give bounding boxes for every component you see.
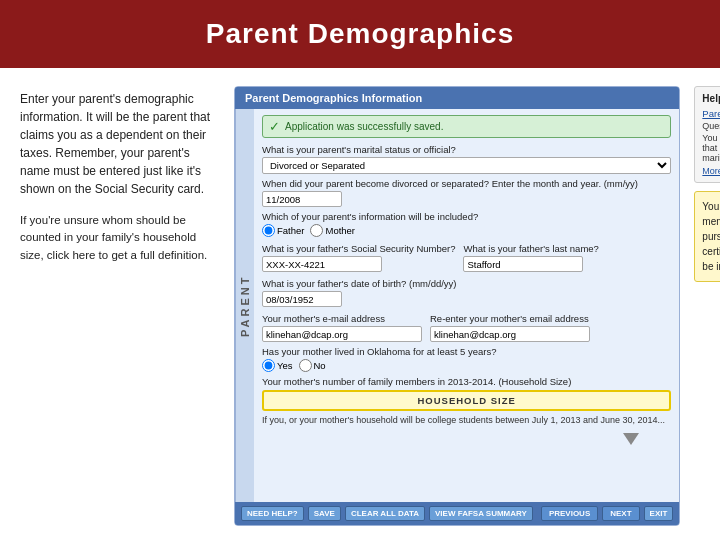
household-size-box: HOUSEHOLD SIZE [262,390,671,411]
more-info-link[interactable]: More info [702,166,720,176]
arrow-text: If you're unsure whom should be counted … [20,212,220,264]
q8-label: Your mother's number of family members i… [262,376,671,387]
success-text: Application was successfully saved. [285,121,443,132]
view-fafsa-button[interactable]: VIEW FAFSA SUMMARY [429,506,533,521]
q7-yes-radio[interactable] [262,359,275,372]
left-panel: Enter your parent's demographic informat… [20,86,220,526]
check-icon: ✓ [269,119,280,134]
q2-row [262,191,671,207]
q6-input[interactable] [262,326,422,342]
form-header: Parent Demographics Information [235,87,679,109]
q3-mother-label: Mother [325,225,355,236]
q3-father-label: Father [277,225,304,236]
q4b-label: What is your father's last name? [463,243,598,254]
q4b-input[interactable] [463,256,583,272]
left-description: Enter your parent's demographic informat… [20,90,220,198]
q7-radio-row: Yes No [262,359,671,372]
q3-mother-radio[interactable] [310,224,323,237]
info-card: You can only enter family members in col… [694,191,720,282]
q2-input[interactable] [262,191,342,207]
q4a-input[interactable] [262,256,382,272]
q3-father-option[interactable]: Father [262,224,304,237]
next-button[interactable]: NEXT [602,506,639,521]
main-content: Enter your parent's demographic informat… [0,68,720,536]
q5-input[interactable] [262,291,342,307]
form-card: Parent Demographics Information PARENT ✓… [234,86,680,526]
q7-no-option[interactable]: No [299,359,326,372]
center-wrapper: Parent Demographics Information PARENT ✓… [234,86,680,526]
previous-button[interactable]: PREVIOUS [541,506,598,521]
help-link-marital[interactable]: Parent's marital status [702,108,720,119]
help-card: Help and Hints Parent's marital status Q… [694,86,720,183]
q1-label: What is your parent's marital status or … [262,144,671,155]
q3-label: Which of your parent's information will … [262,211,671,222]
parent-label: PARENT [235,109,254,502]
form-body: ✓ Application was successfully saved. Wh… [254,109,679,502]
q1-select[interactable]: Divorced or Separated [262,157,671,174]
q5-col: What is your father's date of birth? (mm… [262,274,457,307]
q3-father-radio[interactable] [262,224,275,237]
arrow-section: If you're unsure whom should be counted … [20,212,220,264]
q4a-label: What is your father's Social Security Nu… [262,243,455,254]
q3-mother-option[interactable]: Mother [310,224,355,237]
q6b-col: Re-enter your mother's email address [430,309,590,342]
form-footer: NEED HELP? SAVE CLEAR ALL DATA VIEW FAFS… [235,502,679,525]
svg-marker-0 [623,433,639,445]
q9-note: If you, or your mother's household will … [262,414,671,427]
q4b-col: What is your father's last name? [463,239,598,272]
q7-label: Has your mother lived in Oklahoma for at… [262,346,671,357]
down-arrow-section [262,429,671,447]
info-card-text: You can only enter family members in col… [702,201,720,272]
q6-col: Your mother's e-mail address [262,309,422,342]
help-question-num: Question 58 [702,121,720,131]
q6b-input[interactable] [430,326,590,342]
q4-row: What is your father's Social Security Nu… [262,239,671,272]
help-card-title: Help and Hints [702,93,720,104]
q4a-col: What is your father's Social Security Nu… [262,239,455,272]
q2-label: When did your parent become divorced or … [262,178,671,189]
q6-row: Your mother's e-mail address Re-enter yo… [262,309,671,342]
q5-row: What is your father's date of birth? (mm… [262,274,671,307]
q7-yes-label: Yes [277,360,293,371]
need-help-button[interactable]: NEED HELP? [241,506,304,521]
q7-no-radio[interactable] [299,359,312,372]
q3-radio-row: Father Mother [262,224,671,237]
q7-no-label: No [314,360,326,371]
page-header: Parent Demographics [0,0,720,68]
exit-button[interactable]: EXIT [644,506,674,521]
right-panel: Help and Hints Parent's marital status Q… [694,86,720,526]
success-message: ✓ Application was successfully saved. [262,115,671,138]
save-button[interactable]: SAVE [308,506,341,521]
down-arrow-icon [621,429,641,447]
help-description: You must select the drop-down that descr… [702,133,720,163]
clear-all-button[interactable]: CLEAR ALL DATA [345,506,425,521]
q7-yes-option[interactable]: Yes [262,359,293,372]
page-title: Parent Demographics [206,18,514,49]
q1-row: Divorced or Separated [262,157,671,174]
q6b-label: Re-enter your mother's email address [430,313,590,324]
q6-label: Your mother's e-mail address [262,313,422,324]
q5-label: What is your father's date of birth? (mm… [262,278,457,289]
